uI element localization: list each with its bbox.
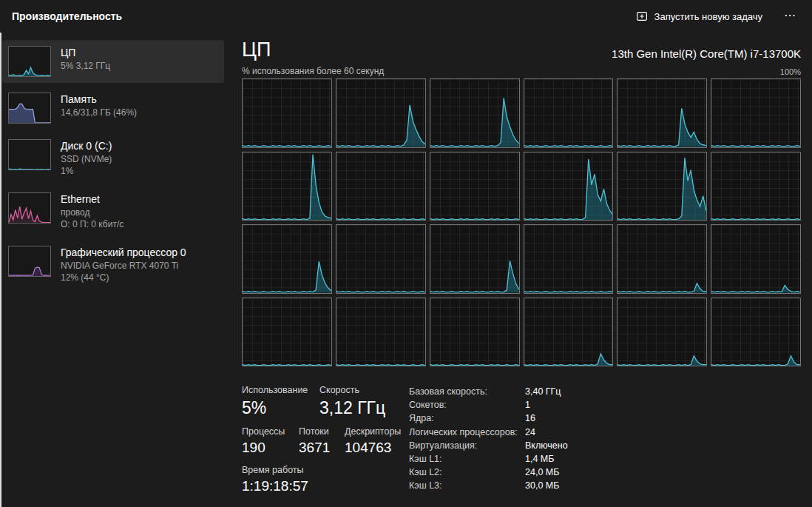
detail-value: 1,4 МБ (525, 452, 554, 466)
stat-threads: Потоки 3671 (299, 426, 345, 457)
sidebar-item-ethernet[interactable]: Ethernet провод О: 0 П: 0 кбит/с (2, 187, 224, 236)
detail-label: Кэш L2: (409, 466, 525, 479)
ellipsis-icon: ⋯ (784, 9, 796, 21)
cpu-core-graph (242, 224, 332, 294)
graph-caption-row: % использования более 60 секунд 100% (242, 66, 801, 76)
sidebar-item-title: ЦП (61, 46, 110, 60)
stat-handles: Дескрипторы 104763 (345, 426, 401, 457)
sidebar-item-title: Диск 0 (C:) (61, 139, 112, 153)
sidebar-item-text: Ethernet провод О: 0 П: 0 кбит/с (61, 192, 124, 230)
window-content: ЦП 5% 3,12 ГГц Память 14,6/31,8 ГБ (46%)… (0, 33, 812, 507)
cpu-core-graph (242, 298, 332, 367)
cpu-detail-row: Кэш L2:24,0 МБ (409, 466, 568, 479)
detail-value: 24 (525, 426, 535, 439)
stat-label: Потоки (299, 426, 345, 438)
sidebar-item-gpu[interactable]: Графический процессор 0 NVIDIA GeForce R… (2, 240, 224, 289)
cpu-details: Базовая скорость:3,40 ГГцСокетов:1Ядра:1… (409, 384, 568, 503)
sidebar-item-memory[interactable]: Память 14,6/31,8 ГБ (46%) (2, 87, 224, 130)
sidebar-item-subtitle: 5% 3,12 ГГц (61, 60, 110, 72)
cpu-core-graph (524, 78, 614, 148)
detail-label: Сокетов: (409, 398, 525, 412)
stat-value: 3671 (299, 438, 345, 457)
stat-label: Дескрипторы (345, 426, 401, 438)
cpu-stats: Использование 5% Скорость 3,12 ГГц Проце… (242, 384, 409, 503)
graph-caption: % использования более 60 секунд (242, 66, 384, 76)
performance-sidebar: ЦП 5% 3,12 ГГц Память 14,6/31,8 ГБ (46%)… (0, 33, 230, 507)
sidebar-item-text: Память 14,6/31,8 ГБ (46%) (61, 93, 137, 118)
cpu-core-graph (617, 78, 707, 148)
memory-thumbnail-graph (8, 93, 51, 124)
cpu-detail-row: Виртуализация:Включено (409, 439, 568, 452)
cpu-core-graph (711, 224, 801, 294)
cpu-core-graph (524, 298, 614, 367)
cpu-core-graph (242, 78, 332, 148)
stat-value: 5% (242, 397, 319, 419)
detail-value: 1 (525, 398, 530, 412)
run-new-task-button[interactable]: Запустить новую задачу (628, 5, 771, 27)
ethernet-thumbnail-graph (8, 192, 51, 224)
cpu-core-graph (524, 224, 614, 294)
cpu-core-graph (430, 152, 520, 221)
detail-label: Логических процессоров: (409, 426, 525, 439)
detail-value: Включено (525, 439, 568, 452)
cpu-core-graph (617, 298, 707, 367)
sidebar-item-subtitle: SSD (NVMe) (61, 153, 112, 165)
graph-scale-label: 100% (780, 67, 801, 76)
detail-value: 30,0 МБ (525, 479, 559, 492)
cpu-title: ЦП (242, 37, 271, 62)
sidebar-item-subtitle: О: 0 П: 0 кбит/с (61, 218, 124, 230)
sidebar-item-subtitle: 12% (44 °C) (61, 272, 186, 283)
stat-value: 104763 (345, 438, 401, 457)
cpu-core-graph (430, 298, 520, 367)
cpu-detail-row: Базовая скорость:3,40 ГГц (409, 385, 568, 398)
stat-uptime: Время работы 1:19:18:57 (242, 464, 308, 496)
more-options-button[interactable]: ⋯ (777, 5, 803, 28)
page-title: Производительность (12, 10, 122, 22)
stat-label: Использование (242, 384, 319, 397)
cpu-core-graph (711, 298, 801, 367)
disk-thumbnail-graph (8, 139, 51, 170)
cpu-core-graph (711, 78, 801, 148)
sidebar-item-disk[interactable]: Диск 0 (C:) SSD (NVMe) 1% (2, 133, 224, 183)
detail-label: Кэш L3: (409, 479, 525, 492)
sidebar-item-subtitle: 1% (61, 165, 112, 177)
cpu-core-graph (617, 152, 707, 221)
detail-value: 16 (525, 412, 535, 425)
cpu-core-graph (430, 78, 520, 148)
sidebar-item-text: Диск 0 (C:) SSD (NVMe) 1% (61, 139, 112, 177)
stat-label: Время работы (242, 464, 308, 477)
cpu-usage-graph-grid[interactable] (242, 78, 801, 366)
sidebar-item-subtitle: NVIDIA GeForce RTX 4070 Ti (61, 260, 186, 272)
stat-processes: Процессы 190 (242, 426, 299, 457)
cpu-panel: ЦП 13th Gen Intel(R) Core(TM) i7-13700K … (230, 33, 812, 507)
titlebar-actions: Запустить новую задачу ⋯ (628, 5, 803, 28)
sidebar-item-title: Память (61, 93, 137, 107)
window-edge-highlight (0, 33, 1, 507)
stat-value: 1:19:18:57 (242, 477, 308, 496)
detail-label: Базовая скорость: (409, 385, 525, 398)
cpu-core-graph (242, 152, 332, 221)
sidebar-item-subtitle: провод (61, 207, 124, 218)
cpu-detail-row: Логических процессоров:24 (409, 426, 568, 439)
sidebar-item-cpu[interactable]: ЦП 5% 3,12 ГГц (2, 40, 224, 83)
cpu-core-graph (711, 152, 801, 221)
cpu-detail-row: Кэш L1:1,4 МБ (409, 452, 568, 466)
cpu-thumbnail-graph (8, 46, 51, 77)
run-new-task-label: Запустить новую задачу (654, 11, 762, 22)
cpu-core-graph (336, 298, 426, 367)
titlebar: Производительность Запустить новую задач… (0, 0, 812, 33)
cpu-core-graph (430, 224, 520, 294)
cpu-detail-row: Ядра:16 (409, 412, 568, 425)
cpu-core-graph (336, 152, 426, 221)
cpu-core-graph (524, 152, 614, 221)
stat-label: Процессы (242, 426, 299, 438)
stat-value: 3,12 ГГц (319, 397, 385, 419)
sidebar-item-subtitle: 14,6/31,8 ГБ (46%) (61, 107, 137, 118)
sidebar-item-title: Ethernet (61, 192, 124, 207)
stat-usage: Использование 5% (242, 384, 319, 419)
cpu-core-graph (336, 224, 426, 294)
detail-label: Ядра: (409, 412, 525, 425)
detail-label: Кэш L1: (409, 452, 525, 466)
cpu-stats-area: Использование 5% Скорость 3,12 ГГц Проце… (242, 384, 801, 503)
run-new-task-icon (636, 10, 648, 22)
